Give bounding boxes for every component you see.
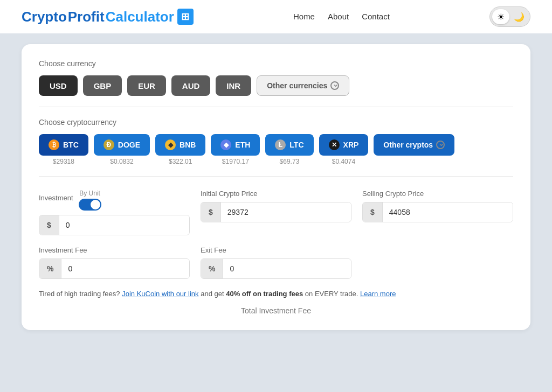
- exit-fee-input-group: %: [201, 258, 351, 279]
- currency-chevron-icon: [330, 81, 339, 90]
- crypto-btn-btc[interactable]: ₿ BTC: [39, 134, 88, 156]
- crypto-ltc-wrapper: Ł LTC $69.73: [265, 134, 313, 165]
- investment-fee-prefix: %: [39, 259, 61, 278]
- crypto-doge-wrapper: Ð DOGE $0.0832: [94, 134, 150, 165]
- crypto-eth-wrapper: ◆ ETH $1970.17: [211, 134, 260, 165]
- xrp-icon: ✕: [329, 139, 340, 150]
- investment-input[interactable]: [59, 215, 189, 235]
- eth-icon: ◆: [220, 139, 231, 150]
- initial-price-input-group: $: [201, 202, 351, 222]
- nav-home-link[interactable]: Home: [293, 12, 315, 21]
- promo-before: Tired of high trading fees?: [39, 290, 120, 298]
- promo-kucoin-link[interactable]: Join KuCoin with our link: [122, 290, 198, 298]
- ltc-price: $69.73: [280, 158, 300, 165]
- nav-links: Home About Contact: [293, 12, 390, 22]
- theme-toggle: ☀ 🌙: [489, 6, 530, 27]
- selling-price-prefix: $: [363, 202, 383, 222]
- exit-fee-wrapper: Exit Fee %: [201, 246, 351, 279]
- investment-fee-label: Investment Fee: [39, 246, 190, 254]
- crypto-xrp-wrapper: ✕ XRP $0.4074: [319, 134, 369, 165]
- promo-text: Tired of high trading fees? Join KuCoin …: [39, 290, 513, 298]
- empty-cell: [362, 246, 513, 279]
- nav-about-link[interactable]: About: [328, 12, 349, 21]
- main-card: Choose currency USD GBP EUR AUD INR Othe…: [22, 44, 530, 330]
- investment-fee-input-group: %: [39, 258, 190, 279]
- investment-wrapper: Investment By Unit $: [39, 190, 190, 235]
- currency-btn-gbp[interactable]: GBP: [83, 75, 122, 96]
- nav-contact-link[interactable]: Contact: [362, 12, 390, 21]
- crypto-btn-xrp[interactable]: ✕ XRP: [319, 134, 369, 156]
- initial-price-label: Initial Crypto Price: [201, 190, 351, 198]
- divider-1: [39, 107, 513, 107]
- eth-price: $1970.17: [222, 158, 249, 165]
- currency-btn-inr[interactable]: INR: [216, 75, 251, 96]
- crypto-btn-other[interactable]: Other cryptos: [374, 134, 454, 156]
- currency-section-label: Choose currency: [39, 59, 513, 68]
- exit-fee-prefix: %: [201, 259, 223, 278]
- promo-and-get: and get: [201, 290, 224, 298]
- bnb-price: $322.01: [169, 158, 192, 165]
- btc-icon: ₿: [49, 139, 59, 150]
- fields-row-2: Investment Fee % Exit Fee %: [39, 246, 513, 279]
- promo-every-trade: on EVERY trade.: [305, 290, 358, 298]
- investment-prefix: $: [39, 215, 59, 235]
- theme-light-button[interactable]: ☀: [492, 9, 509, 24]
- currency-btn-other[interactable]: Other currencies: [257, 75, 349, 96]
- crypto-section-label: Choose cryptocurrency: [39, 118, 513, 127]
- doge-icon: Ð: [104, 139, 114, 150]
- xrp-price: $0.4074: [332, 158, 355, 165]
- crypto-section: Choose cryptocurrency ₿ BTC $29318 Ð DOG…: [39, 118, 513, 165]
- crypto-btc-wrapper: ₿ BTC $29318: [39, 134, 88, 165]
- crypto-bnb-wrapper: ◆ BNB $322.01: [155, 134, 205, 165]
- currency-row: USD GBP EUR AUD INR Other currencies: [39, 75, 513, 96]
- logo-crypto-text: Crypto: [22, 9, 67, 25]
- currency-btn-eur[interactable]: EUR: [127, 75, 166, 96]
- divider-2: [39, 176, 513, 177]
- selling-price-input-group: $: [362, 202, 513, 222]
- other-currencies-label: Other currencies: [267, 81, 327, 90]
- crypto-btn-eth[interactable]: ◆ ETH: [211, 134, 260, 156]
- crypto-row: ₿ BTC $29318 Ð DOGE $0.0832 ◆: [39, 134, 513, 165]
- theme-dark-button[interactable]: 🌙: [510, 9, 528, 24]
- by-unit-toggle[interactable]: [79, 199, 101, 211]
- investment-label: Investment: [39, 194, 73, 202]
- currency-btn-usd[interactable]: USD: [39, 75, 78, 96]
- crypto-btn-bnb[interactable]: ◆ BNB: [155, 134, 205, 156]
- initial-price-wrapper: Initial Crypto Price $: [201, 190, 351, 235]
- bnb-icon: ◆: [165, 139, 176, 150]
- main-container: Choose currency USD GBP EUR AUD INR Othe…: [0, 33, 552, 392]
- doge-label: DOGE: [118, 141, 140, 149]
- xrp-label: XRP: [343, 141, 359, 149]
- doge-price: $0.0832: [110, 158, 133, 165]
- selling-price-wrapper: Selling Crypto Price $: [362, 190, 513, 235]
- logo-profit-text: Profit: [68, 9, 105, 25]
- exit-fee-input[interactable]: [223, 259, 351, 278]
- investment-fee-input[interactable]: [61, 259, 189, 278]
- logo-icon: ⊞: [177, 9, 194, 25]
- initial-price-input[interactable]: [221, 202, 351, 222]
- investment-fee-wrapper: Investment Fee %: [39, 246, 190, 279]
- investment-top: Investment By Unit: [39, 190, 190, 211]
- logo[interactable]: CryptoProfitCalculator ⊞: [22, 9, 194, 25]
- promo-learn-more-link[interactable]: Learn more: [360, 290, 396, 298]
- crypto-other-wrapper: Other cryptos: [374, 134, 454, 156]
- btc-label: BTC: [63, 141, 79, 149]
- total-label: Total Investment Fee: [39, 306, 513, 315]
- promo-highlight: 40% off on trading fees: [226, 290, 303, 298]
- logo-calculator-text: Calculator: [106, 9, 174, 25]
- crypto-btn-ltc[interactable]: Ł LTC: [265, 134, 313, 156]
- btc-price: $29318: [53, 158, 74, 165]
- selling-price-input[interactable]: [383, 202, 513, 222]
- navbar: CryptoProfitCalculator ⊞ Home About Cont…: [0, 0, 552, 33]
- fields-section: Investment By Unit $ Initial Crypto Pric…: [39, 190, 513, 279]
- initial-price-prefix: $: [201, 202, 221, 222]
- other-cryptos-label: Other cryptos: [383, 141, 433, 149]
- crypto-btn-doge[interactable]: Ð DOGE: [94, 134, 150, 156]
- currency-btn-aud[interactable]: AUD: [171, 75, 211, 96]
- eth-label: ETH: [235, 141, 250, 149]
- currency-section: Choose currency USD GBP EUR AUD INR Othe…: [39, 59, 513, 96]
- fields-row-1: Investment By Unit $ Initial Crypto Pric…: [39, 190, 513, 235]
- ltc-label: LTC: [289, 141, 303, 149]
- ltc-icon: Ł: [275, 139, 286, 150]
- by-unit-label: By Unit: [79, 190, 100, 197]
